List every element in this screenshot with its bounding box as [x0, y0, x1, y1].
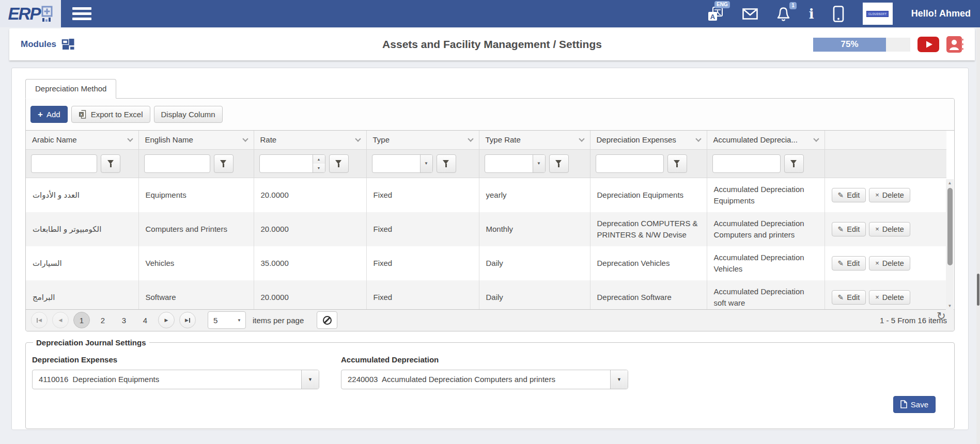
table-row[interactable]: الكومبيوتر و الطابعات Computers and Prin…	[26, 212, 946, 246]
youtube-icon[interactable]	[917, 37, 939, 52]
user-greeting[interactable]: Hello! Ahmed	[911, 8, 971, 19]
info-icon[interactable]: i	[809, 7, 814, 21]
edit-button[interactable]: ✎Edit	[832, 188, 866, 202]
cell-english-name: Software	[138, 280, 254, 309]
cell-english-name: Equipments	[138, 178, 254, 212]
page-size-select[interactable]: 5 ▼	[208, 311, 246, 329]
edit-button[interactable]: ✎Edit	[832, 256, 866, 271]
pager-page-3[interactable]: 3	[116, 312, 132, 328]
pager-prev-button[interactable]: ◀	[52, 312, 69, 328]
column-header-arabic-name[interactable]: Arabic Name	[26, 131, 138, 149]
filter-button[interactable]	[214, 154, 234, 173]
cell-type-rate: Daily	[479, 246, 590, 280]
pager-page-4[interactable]: 4	[137, 312, 153, 328]
delete-button[interactable]: ×Delete	[869, 290, 910, 305]
modules-button[interactable]: Modules	[9, 38, 75, 51]
dropdown-arrow-icon[interactable]: ▼	[533, 155, 545, 172]
language-badge: ENG	[714, 1, 730, 8]
column-header-type-rate[interactable]: Type Rate	[479, 131, 590, 149]
chevron-down-icon[interactable]	[355, 136, 361, 141]
table-row[interactable]: السيارات Vehicles 35.0000 Fixed Daily De…	[26, 246, 946, 280]
table-row[interactable]: العدد و الأدوات Equipments 20.0000 Fixed…	[26, 178, 946, 212]
mobile-icon[interactable]	[833, 6, 844, 22]
brand-logo-badge[interactable]: CLOUDSOFT	[863, 3, 893, 25]
add-button[interactable]: + Add	[30, 106, 68, 123]
filter-input-depreciation-expenses[interactable]	[596, 155, 663, 172]
pager-first-button[interactable]: ◀	[31, 312, 48, 328]
menu-hamburger-icon[interactable]	[72, 7, 91, 20]
chevron-down-icon[interactable]	[468, 136, 473, 141]
display-column-button[interactable]: Display Column	[154, 106, 223, 123]
edit-button[interactable]: ✎Edit	[832, 222, 866, 236]
column-header-accumulated-depreciation[interactable]: Accumulated Deprecia...	[707, 131, 825, 149]
filter-input-english-name[interactable]	[145, 155, 210, 172]
chevron-down-icon[interactable]	[242, 136, 248, 141]
filter-button[interactable]	[101, 154, 120, 173]
grid-scrollbar[interactable]: ▲ ▼	[946, 179, 954, 310]
mail-icon[interactable]	[742, 8, 758, 20]
edit-button[interactable]: ✎Edit	[832, 290, 866, 305]
chevron-down-icon[interactable]	[579, 136, 584, 141]
pager-last-button[interactable]: ▶	[179, 312, 196, 328]
cancel-changes-button[interactable]	[317, 311, 337, 329]
page-scrollbar[interactable]	[976, 27, 980, 444]
chevron-down-icon[interactable]	[813, 136, 819, 141]
contact-icon[interactable]	[946, 36, 963, 53]
column-header-type[interactable]: Type	[366, 131, 479, 149]
cell-type-rate: yearly	[479, 178, 590, 212]
language-icon[interactable]: A ENG	[707, 5, 724, 23]
export-to-excel-button[interactable]: x Export to Excel	[71, 106, 150, 123]
cell-accumulated-depreciation: Accumulated Depreciation Vehicles	[707, 246, 825, 280]
pager-next-button[interactable]: ▶	[158, 312, 175, 328]
modules-label: Modules	[21, 39, 56, 50]
column-header-depreciation-expenses[interactable]: Depreciation Expenses	[590, 131, 707, 149]
accumulated-depreciation-label: Accumulated Depreciation	[341, 355, 628, 364]
scroll-down-icon[interactable]: ▼	[948, 302, 952, 310]
cell-arabic-name: البرامج	[26, 280, 138, 309]
chevron-down-icon[interactable]	[127, 136, 133, 141]
document-icon	[900, 400, 907, 408]
filter-select-type[interactable]	[372, 155, 420, 172]
filter-button[interactable]	[784, 154, 804, 173]
pager-page-1[interactable]: 1	[73, 312, 90, 328]
close-icon: ×	[875, 293, 879, 301]
depreciation-expenses-group: Depreciation Expenses 4110016 Depreciati…	[32, 355, 319, 389]
page-scrollbar-thumb[interactable]	[977, 274, 979, 306]
chevron-down-icon[interactable]	[695, 136, 701, 141]
column-header-english-name[interactable]: English Name	[138, 131, 254, 149]
funnel-icon	[335, 160, 342, 167]
app-logo[interactable]: ERP	[0, 0, 61, 27]
close-icon: ×	[875, 225, 879, 233]
dropdown-arrow-icon[interactable]: ▼	[420, 155, 432, 172]
topbar-actions: A ENG 1 i CLOUDSOFT	[707, 3, 980, 25]
pager-page-2[interactable]: 2	[95, 312, 111, 328]
accumulated-depreciation-select[interactable]: 2240003 Accumulated Depreciation Compute…	[341, 370, 628, 389]
delete-button[interactable]: ×Delete	[869, 222, 910, 236]
table-row[interactable]: البرامج Software 20.0000 Fixed Daily Dep…	[26, 280, 946, 309]
cell-type: Fixed	[366, 280, 479, 309]
scrollbar-thumb[interactable]	[947, 188, 953, 265]
filter-input-rate[interactable]	[260, 155, 313, 172]
numeric-stepper[interactable]: ▲▼	[313, 155, 325, 172]
filter-button[interactable]	[549, 154, 569, 173]
filter-select-type-rate[interactable]	[485, 155, 533, 172]
depreciation-expenses-select[interactable]: 4110016 Depreciation Equipments ▼	[32, 370, 319, 389]
filter-input-accumulated-depreciation[interactable]	[713, 155, 780, 172]
dropdown-arrow-icon: ▼	[610, 370, 628, 389]
filter-button[interactable]	[667, 154, 687, 173]
tab-depreciation-method[interactable]: Depreciation Method	[25, 79, 116, 99]
scroll-up-icon[interactable]: ▲	[948, 179, 952, 187]
cell-depreciation-expenses: Deprecation COMPUTERS & PRINTERS & N/W D…	[590, 212, 707, 246]
filter-button[interactable]	[437, 154, 456, 173]
filter-input-arabic-name[interactable]	[32, 155, 97, 172]
delete-button[interactable]: ×Delete	[869, 188, 910, 202]
delete-button[interactable]: ×Delete	[869, 256, 910, 271]
close-icon: ×	[875, 191, 879, 199]
filter-button[interactable]	[329, 154, 349, 173]
cell-arabic-name: الكومبيوتر و الطابعات	[26, 212, 138, 246]
refresh-icon[interactable]: ↻	[937, 310, 946, 322]
grid-header-table: Arabic Name English Name Rate Type Type …	[26, 131, 946, 178]
notifications-bell-icon[interactable]: 1	[776, 6, 790, 22]
column-header-rate[interactable]: Rate	[254, 131, 366, 149]
save-button[interactable]: Save	[893, 396, 936, 413]
